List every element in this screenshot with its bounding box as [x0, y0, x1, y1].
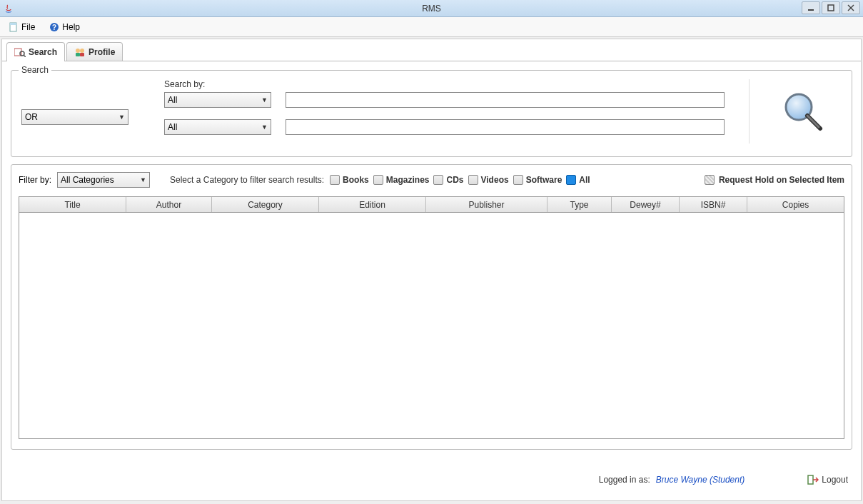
window-title: RMS	[422, 4, 441, 14]
category-software[interactable]: Software	[513, 175, 562, 185]
window-titlebar: RMS	[0, 0, 863, 17]
results-panel: Filter by: All Categories ▼ Select a Cat…	[11, 164, 852, 450]
category-all[interactable]: All	[566, 175, 590, 185]
category-videos[interactable]: Videos	[468, 175, 509, 185]
svg-line-17	[807, 116, 819, 127]
category-magazines[interactable]: Magazines	[373, 175, 430, 185]
search-input-2[interactable]	[286, 119, 725, 135]
filter-by-label: Filter by:	[19, 175, 51, 185]
operator-value: OR	[25, 112, 38, 122]
category-books-label: Books	[343, 175, 369, 185]
request-hold-icon	[705, 175, 715, 185]
col-publisher[interactable]: Publisher	[426, 197, 547, 212]
category-cds[interactable]: CDs	[433, 175, 463, 185]
chevron-down-icon: ▼	[261, 124, 268, 131]
col-title[interactable]: Title	[19, 197, 126, 212]
menu-file-label: File	[21, 22, 35, 32]
operator-select[interactable]: OR ▼	[21, 109, 128, 125]
category-magazines-label: Magazines	[386, 175, 430, 185]
minimize-button[interactable]	[802, 1, 820, 14]
menu-help-label: Help	[62, 22, 80, 32]
chevron-down-icon: ▼	[118, 114, 125, 121]
checkbox-icon	[433, 175, 443, 185]
profile-tab-icon	[74, 47, 86, 57]
logout-button[interactable]: Logout	[807, 474, 848, 485]
criteria2-select[interactable]: All ▼	[164, 119, 271, 135]
close-button[interactable]	[842, 1, 860, 14]
svg-rect-18	[808, 475, 813, 484]
chevron-down-icon: ▼	[140, 176, 146, 183]
col-type[interactable]: Type	[547, 197, 612, 212]
tab-panel-search: Search OR ▼ Search by: All ▼	[2, 61, 861, 493]
chevron-down-icon: ▼	[261, 96, 268, 104]
checkbox-icon	[373, 175, 383, 185]
search-input-1[interactable]	[286, 92, 725, 108]
file-icon	[9, 22, 19, 32]
search-fieldset: Search OR ▼ Search by: All ▼	[11, 70, 852, 157]
col-category[interactable]: Category	[212, 197, 319, 212]
svg-point-13	[80, 49, 84, 53]
col-copies[interactable]: Copies	[747, 197, 844, 212]
filter-category-value: All Categories	[61, 175, 114, 185]
menu-file[interactable]: File	[6, 21, 38, 34]
magnifier-icon	[782, 90, 824, 133]
criteria1-value: All	[168, 95, 177, 105]
svg-rect-12	[76, 53, 80, 56]
tab-search-label: Search	[29, 47, 57, 57]
request-hold-button[interactable]: Request Hold on Selected Item	[705, 175, 844, 185]
criteria2-value: All	[168, 122, 177, 132]
java-icon	[3, 3, 14, 14]
request-hold-label: Request Hold on Selected Item	[719, 175, 844, 185]
svg-point-11	[76, 49, 80, 53]
col-dewey[interactable]: Dewey#	[612, 197, 680, 212]
checkbox-checked-icon	[566, 175, 576, 185]
menubar: File ? Help	[0, 17, 863, 37]
search-button[interactable]	[749, 79, 842, 143]
search-legend: Search	[19, 65, 51, 75]
menu-help[interactable]: ? Help	[46, 21, 83, 34]
col-edition[interactable]: Edition	[319, 197, 426, 212]
category-all-label: All	[579, 175, 590, 185]
results-table[interactable]: Title Author Category Edition Publisher …	[19, 196, 844, 439]
svg-rect-14	[80, 53, 84, 56]
category-software-label: Software	[526, 175, 562, 185]
filter-category-select[interactable]: All Categories ▼	[57, 172, 150, 188]
tab-bar: Search Profile	[2, 39, 861, 61]
category-cds-label: CDs	[446, 175, 463, 185]
help-icon: ?	[49, 22, 59, 32]
logged-in-label: Logged in as:	[599, 475, 650, 485]
svg-rect-5	[10, 23, 16, 25]
tab-search[interactable]: Search	[6, 42, 65, 61]
tab-profile-label: Profile	[89, 47, 115, 57]
status-bar: Logged in as: Bruce Wayne (Student) Logo…	[2, 471, 861, 488]
checkbox-icon	[468, 175, 478, 185]
main-content: Search Profile Search OR ▼ Search by:	[1, 39, 862, 501]
tab-profile[interactable]: Profile	[66, 42, 123, 61]
search-tab-icon	[14, 47, 26, 57]
svg-rect-1	[828, 5, 834, 11]
col-author[interactable]: Author	[126, 197, 212, 212]
category-videos-label: Videos	[481, 175, 509, 185]
checkbox-icon	[513, 175, 523, 185]
logout-icon	[807, 474, 819, 485]
select-category-label: Select a Category to filter search resul…	[170, 175, 324, 185]
criteria1-select[interactable]: All ▼	[164, 92, 271, 108]
search-by-label: Search by:	[164, 79, 735, 89]
maximize-button[interactable]	[822, 1, 840, 14]
logged-in-user: Bruce Wayne (Student)	[656, 475, 745, 485]
category-books[interactable]: Books	[330, 175, 369, 185]
checkbox-icon	[330, 175, 340, 185]
svg-text:?: ?	[52, 24, 56, 31]
svg-line-10	[24, 55, 26, 57]
svg-rect-0	[808, 9, 814, 11]
logout-label: Logout	[822, 475, 848, 485]
col-isbn[interactable]: ISBN#	[680, 197, 747, 212]
table-header: Title Author Category Edition Publisher …	[19, 197, 844, 213]
